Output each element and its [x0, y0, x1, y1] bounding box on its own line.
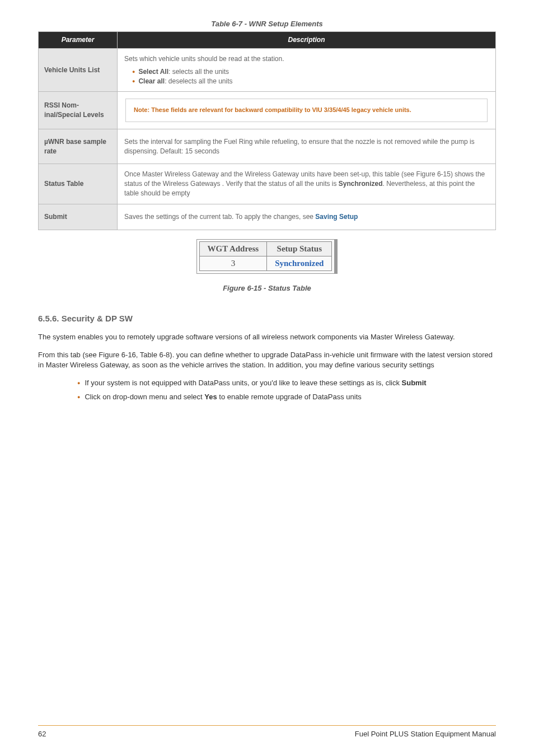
table-row: µWNR base sample rate Sets the interval …	[39, 129, 496, 164]
list-item: Click on drop-down menu and select Yes t…	[77, 392, 496, 402]
saving-setup-link[interactable]: Saving Setup	[315, 213, 358, 221]
bold-text: Synchronized	[339, 180, 383, 188]
text: : deselects all the units	[165, 77, 232, 85]
status-table: WGT Address Setup Status 3 Synchronized	[199, 241, 332, 271]
section-heading: 6.5.6. Security & DP SW	[38, 312, 496, 324]
col-header-description: Description	[118, 32, 496, 49]
table-row: Status Table Once Master Wireless Gatewa…	[39, 164, 496, 204]
status-header-row: WGT Address Setup Status	[199, 241, 332, 256]
desc-status-table: Once Master Wireless Gateway and the Wir…	[118, 164, 496, 204]
bullet-list: If your system is not equipped with Data…	[38, 378, 496, 402]
table-header-row: Parameter Description	[39, 32, 496, 49]
status-figure: WGT Address Setup Status 3 Synchronized	[38, 239, 496, 277]
list-item: Clear all: deselects all the units	[132, 77, 489, 86]
text: Saves the settings of the current tab. T…	[124, 213, 315, 221]
status-table-frame: WGT Address Setup Status 3 Synchronized	[196, 239, 338, 274]
bold-text: Yes	[204, 393, 217, 401]
text: Click on drop-down menu and select	[85, 393, 204, 401]
note-box: Note: These fields are relevant for back…	[125, 99, 488, 122]
table-row: Vehicle Units List Sets which vehicle un…	[39, 48, 496, 91]
footer-title: Fuel Point PLUS Station Equipment Manual	[355, 729, 496, 739]
page-number: 62	[38, 729, 46, 739]
text: If your system is not equipped with Data…	[85, 379, 401, 387]
table-row: RSSI Nom­inal/Special Levels Note: These…	[39, 92, 496, 129]
bold-text: Submit	[402, 379, 427, 387]
section-body: The system enables you to remotely upgra…	[38, 332, 496, 402]
col-header-parameter: Parameter	[39, 32, 118, 49]
figure-caption: Figure 6-15 - Status Table	[38, 283, 496, 293]
param-rssi-levels: RSSI Nom­inal/Special Levels	[39, 92, 118, 129]
param-status-table: Status Table	[39, 164, 118, 204]
bold-text: Select All	[138, 68, 168, 76]
desc-rssi-levels: Note: These fields are relevant for back…	[118, 92, 496, 129]
table-title: Table 6-7 - WNR Setup Elements	[38, 19, 496, 29]
param-uwnr-base-rate: µWNR base sample rate	[39, 129, 118, 164]
param-vehicle-units-list: Vehicle Units List	[39, 48, 118, 91]
list-item: Select All: selects all the units	[132, 67, 489, 77]
param-submit: Submit	[39, 204, 118, 230]
desc-text: Sets which vehicle units should be read …	[124, 54, 489, 64]
table-row: Submit Saves the settings of the current…	[39, 204, 496, 230]
paragraph: The system enables you to remotely upgra…	[38, 332, 496, 342]
page-footer: 62 Fuel Point PLUS Station Equipment Man…	[38, 725, 496, 739]
desc-submit: Saves the settings of the current tab. T…	[118, 204, 496, 230]
wgt-address-value: 3	[199, 256, 267, 270]
bold-text: Clear all	[138, 77, 165, 85]
col-header-wgt-address: WGT Address	[199, 241, 267, 256]
paragraph: From this tab (see Figure 6-16, Table 6-…	[38, 350, 496, 370]
text: to enable remote upgrade of DataPass uni…	[217, 393, 362, 401]
col-header-setup-status: Setup Status	[267, 241, 332, 256]
desc-uwnr-base-rate: Sets the interval for sampling the Fuel …	[118, 129, 496, 164]
page: Table 6-7 - WNR Setup Elements Parameter…	[0, 0, 534, 756]
text: : selects all the units	[168, 68, 229, 76]
list-item: If your system is not equipped with Data…	[77, 378, 496, 388]
wnr-setup-table: Parameter Description Vehicle Units List…	[38, 31, 496, 230]
setup-status-value: Synchronized	[267, 256, 332, 270]
status-data-row: 3 Synchronized	[199, 256, 332, 270]
desc-vehicle-units-list: Sets which vehicle units should be read …	[118, 48, 496, 91]
